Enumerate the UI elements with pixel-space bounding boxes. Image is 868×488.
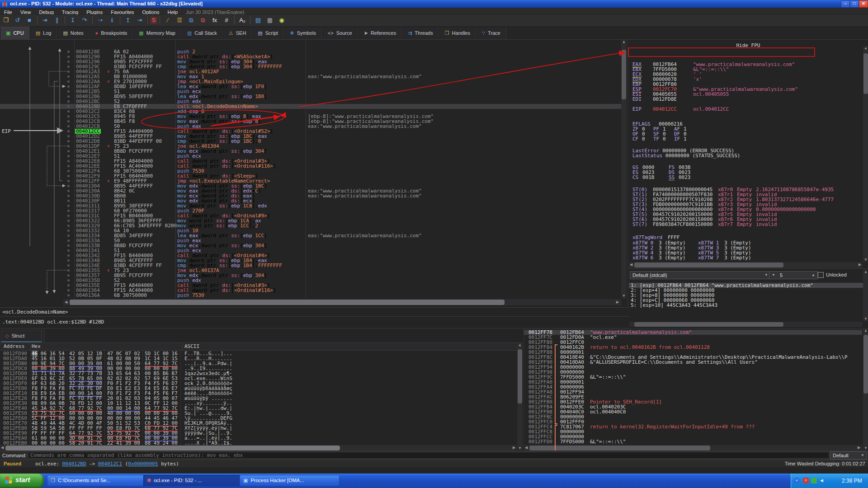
argument-row[interactable]: 5: [esp+10] 445C3A43 445C3A43 [629, 303, 864, 308]
stack-row[interactable]: 0012FFD07FFD5000&L"=::=::\\" [524, 439, 862, 444]
hash-icon[interactable]: # [221, 15, 232, 25]
arg-depth-spinner[interactable]: ▼5▲ [769, 271, 818, 279]
tab-handles[interactable]: ❒Handles [439, 27, 476, 39]
registers-vscroll-thumb[interactable] [863, 53, 868, 94]
breakpoint-dot[interactable] [67, 51, 70, 53]
volume-tray-icon[interactable]: ◄ [819, 478, 825, 483]
breakpoint-dot[interactable] [67, 205, 70, 207]
st-register-row[interactable]: ST(5)00457C91020200150000x87r5Emptyinval… [628, 212, 868, 217]
scroll-down-arrow[interactable]: ▼ [621, 294, 627, 298]
label-icon[interactable]: ⧉ [186, 15, 197, 25]
patch-icon[interactable]: ⁄ [162, 15, 173, 25]
tab-log[interactable]: ▤Log [30, 27, 57, 39]
step-over-icon[interactable]: ↷ [79, 15, 90, 25]
taskbar-task-button[interactable]: ▣Process Hacker [OMA... [240, 475, 340, 486]
args-vscrollbar[interactable] [863, 270, 868, 321]
breakpoint-dot[interactable] [67, 215, 70, 217]
tab-cpu[interactable]: ▣CPU [0, 27, 30, 39]
tab-seh[interactable]: ⚠SEH [223, 27, 252, 39]
scroll-right-arrow[interactable]: ▶ [857, 446, 861, 450]
breakpoint-dot[interactable] [67, 244, 70, 247]
breakpoint-dot[interactable] [67, 274, 70, 277]
pause-icon[interactable]: ∥ [52, 15, 62, 25]
breakpoint-dot[interactable] [67, 125, 70, 127]
breakpoint-dot[interactable] [67, 61, 70, 63]
breakpoint-dot[interactable] [67, 80, 70, 83]
hide-tray-icons-chevron[interactable]: « [794, 478, 800, 483]
breakpoint-dot[interactable] [67, 56, 70, 58]
breakpoint-dot[interactable] [67, 279, 70, 282]
step-out-icon[interactable]: ↥ [123, 15, 133, 25]
close-button[interactable]: ✕ [859, 0, 868, 8]
disasm-vscroll-thumb[interactable] [622, 50, 626, 99]
security-shield-tray-icon[interactable]: + [803, 478, 809, 483]
breakpoint-dot[interactable] [67, 90, 70, 93]
scroll-left-arrow[interactable]: ◀ [63, 300, 69, 305]
scroll-right-arrow[interactable]: ▶ [512, 446, 516, 450]
scroll-left-arrow[interactable]: ◀ [524, 446, 528, 450]
breakpoint-dot[interactable] [67, 105, 70, 108]
breakpoint-dot[interactable] [67, 145, 70, 147]
breakpoint-dot[interactable] [67, 75, 70, 78]
breakpoint-dot[interactable] [67, 294, 70, 296]
breakpoint-dot[interactable] [67, 259, 70, 262]
font-icon[interactable]: A₂ [237, 15, 248, 25]
st-register-row[interactable]: ST(6)00457C91020200150000x87r6Emptyinval… [628, 217, 868, 222]
arguments-panel[interactable]: Default (stdcall)▼▼5▲Unlocked1: [esp] 00… [627, 268, 868, 328]
lasterror-row[interactable]: LastError00000000 (ERROR_SUCCESS) [628, 148, 863, 153]
breakpoint-dot[interactable] [67, 180, 70, 182]
disasm-hscroll-thumb[interactable] [70, 300, 505, 305]
command-input[interactable] [28, 452, 829, 459]
tab-breakpoints[interactable]: ●Breakpoints [90, 27, 133, 39]
breakpoint-dot[interactable] [67, 200, 70, 202]
scroll-down-arrow[interactable]: ▼ [863, 446, 868, 450]
preferences-icon[interactable]: ▤ [253, 15, 264, 25]
breakpoint-dot[interactable] [67, 70, 70, 73]
stack-vscroll-thumb[interactable] [863, 335, 868, 394]
run-trace-icon[interactable]: ⇥ [134, 15, 145, 25]
taskbar-task-button[interactable]: ❐C:\Documents and Se... [47, 475, 147, 486]
breakpoint-dot[interactable] [67, 110, 70, 113]
dump-vscroll-thumb[interactable] [518, 349, 522, 404]
register-row[interactable]: EDI0012FD8E [628, 97, 863, 102]
scroll-down-arrow[interactable]: ▼ [863, 317, 868, 321]
breakpoint-dot[interactable] [67, 120, 70, 122]
args-hscroll-thumb[interactable] [634, 322, 783, 327]
breakpoint-dot[interactable] [67, 150, 70, 152]
st-register-row[interactable]: ST(4)00000000000000000000x87r4Empty0.000… [628, 207, 868, 212]
tab-symbols[interactable]: ❖Symbols [284, 27, 322, 39]
breakpoint-dot[interactable] [67, 170, 70, 172]
breakpoint-dot[interactable] [67, 160, 70, 162]
breakpoint-dot[interactable] [67, 100, 70, 103]
function-icon[interactable]: fx [209, 15, 220, 25]
scroll-up-arrow[interactable]: ▲ [621, 40, 627, 44]
breakpoint-dot[interactable] [67, 235, 70, 237]
breakpoint-dot[interactable] [67, 85, 70, 88]
tab-notes[interactable]: ▤Notes [57, 27, 89, 39]
breakpoint-dot[interactable] [67, 140, 70, 142]
x87tagword-row[interactable]: x87TagWordFFFF [628, 235, 863, 240]
st-register-row[interactable]: ST(0)00000015137800000045x87r0Empty2.162… [628, 187, 868, 192]
status-address-link[interactable]: 004012C1 [98, 461, 122, 467]
tab-threads[interactable]: ⇉Threads [402, 27, 439, 39]
memory-icon[interactable]: ▦ [264, 15, 275, 25]
breakpoint-dot[interactable] [67, 175, 70, 177]
breakpoint-dot[interactable] [67, 220, 70, 222]
scroll-up-arrow[interactable]: ▲ [863, 46, 868, 51]
stack-panel[interactable]: 0012FF780012FB64"www.practicalmalwareana… [524, 328, 868, 451]
calling-convention-select[interactable]: Default (stdcall)▼ [630, 271, 771, 279]
tab-script[interactable]: ▤Script [252, 27, 284, 39]
segment-row[interactable]: GS0000FS003B [628, 165, 863, 170]
taskbar-task-button[interactable]: ✽ocl.exe - PID: 532 - ... [143, 475, 243, 486]
breakpoint-dot[interactable] [67, 195, 70, 197]
breakpoint-dot[interactable] [67, 115, 70, 117]
segment-row[interactable]: ES0023DS0023 [628, 170, 863, 175]
x87tw-row[interactable]: x87TW_03 (Empty)x87TW_13 (Empty) [628, 240, 868, 245]
tab-references[interactable]: ➤References [358, 27, 402, 39]
scroll-right-arrow[interactable]: ▶ [858, 263, 862, 267]
scroll-up-arrow[interactable]: ▲ [863, 328, 868, 333]
st-register-row[interactable]: ST(1)FA74000000000507F830x87r1Emptyinval… [628, 192, 868, 197]
run-icon[interactable]: ➔ [40, 15, 51, 25]
dump-tab-struct[interactable]: ◇Struct [1, 330, 42, 342]
lasterror-row[interactable]: LastStatus00000000 (STATUS_SUCCESS) [628, 153, 863, 158]
